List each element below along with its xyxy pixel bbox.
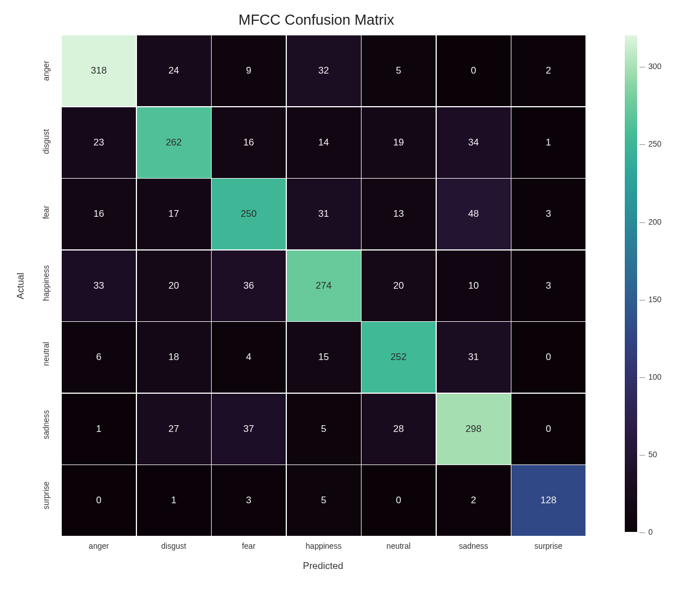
x-tick: disgust [137,536,211,550]
heatmap-cell: 34 [437,107,511,178]
x-axis-label: Predicted [62,561,584,572]
heatmap-cell: 23 [62,107,136,178]
heatmap-cell: 5 [362,35,436,106]
x-tick: fear [212,536,286,550]
x-tick-labels: angerdisgustfearhappinessneutralsadnesss… [62,536,689,550]
y-axis-label: Actual [15,272,26,299]
heatmap-cell: 20 [362,251,436,321]
y-tick: happiness [30,248,62,318]
colorbar: 050100150200250300 [614,35,676,536]
y-tick: fear [30,177,62,248]
heatmap-cell: 18 [137,322,211,393]
confusion-matrix-chart: MFCC Confusion Matrix Actual angerdisgus… [11,11,689,572]
colorbar-tick: 150 [639,295,661,304]
heatmap-cell: 0 [511,322,585,393]
heatmap-cell: 274 [287,251,361,321]
heatmap-cell: 31 [437,322,511,393]
heatmap-cell: 252 [362,322,436,393]
heatmap-cell: 3 [212,465,286,536]
heatmap-cell: 32 [287,35,361,106]
heatmap-cell: 262 [137,107,211,178]
y-tick-labels: angerdisgustfearhappinessneutralsadnesss… [30,35,62,536]
heatmap-cell: 128 [511,465,585,536]
heatmap-cell: 31 [287,179,361,249]
heatmap-cell: 1 [137,465,211,536]
heatmap-cell: 2 [437,465,511,536]
colorbar-gradient [625,35,637,532]
colorbar-ticks: 050100150200250300 [637,35,676,532]
heatmap-cell: 28 [362,394,436,465]
colorbar-tick: 50 [639,450,657,459]
heatmap-grid: 3182493250223262161419341161725031134833… [62,35,585,536]
heatmap-cell: 48 [437,179,511,249]
heatmap-cell: 16 [62,179,136,249]
heatmap-cell: 318 [62,35,136,106]
x-tick: sadness [437,536,511,550]
heatmap-cell: 27 [137,394,211,465]
heatmap-cell: 17 [137,179,211,249]
heatmap-cell: 3 [511,251,585,321]
y-tick: sadness [30,389,62,460]
heatmap-cell: 5 [287,465,361,536]
heatmap-cell: 298 [437,394,511,465]
heatmap-cell: 33 [62,251,136,321]
colorbar-tick: 0 [639,527,653,536]
heatmap-cell: 15 [287,322,361,393]
heatmap-cell: 36 [212,251,286,321]
colorbar-tick: 250 [639,139,661,148]
heatmap-cell: 5 [287,394,361,465]
colorbar-tick: 300 [639,62,661,71]
heatmap-cell: 9 [212,35,286,106]
colorbar-tick: 100 [639,372,661,381]
heatmap-cell: 1 [511,107,585,178]
heatmap-cell: 19 [362,107,436,178]
heatmap-cell: 0 [362,465,436,536]
heatmap-cell: 2 [511,35,585,106]
colorbar-tick: 200 [639,217,661,226]
heatmap-cell: 24 [137,35,211,106]
heatmap-cell: 250 [212,179,286,249]
y-tick: surprise [30,460,62,531]
heatmap-cell: 14 [287,107,361,178]
heatmap-cell: 37 [212,394,286,465]
y-tick: anger [30,35,62,106]
heatmap-cell: 0 [511,394,585,465]
y-tick: disgust [30,106,62,177]
heatmap-cell: 13 [362,179,436,249]
plot-area: Actual angerdisgustfearhappinessneutrals… [11,35,689,536]
heatmap-cell: 0 [437,35,511,106]
heatmap-cell: 10 [437,251,511,321]
x-tick: happiness [287,536,361,550]
heatmap-cell: 3 [511,179,585,249]
y-axis-label-wrap: Actual [11,35,30,536]
x-tick: neutral [362,536,436,550]
heatmap-cell: 4 [212,322,286,393]
chart-title: MFCC Confusion Matrix [11,11,689,29]
x-tick: surprise [511,536,585,550]
heatmap-cell: 16 [212,107,286,178]
x-tick: anger [62,536,136,550]
heatmap-cell: 20 [137,251,211,321]
heatmap-cell: 0 [62,465,136,536]
heatmap-cell: 6 [62,322,136,393]
y-tick: neutral [30,318,62,389]
heatmap-cell: 1 [62,394,136,465]
